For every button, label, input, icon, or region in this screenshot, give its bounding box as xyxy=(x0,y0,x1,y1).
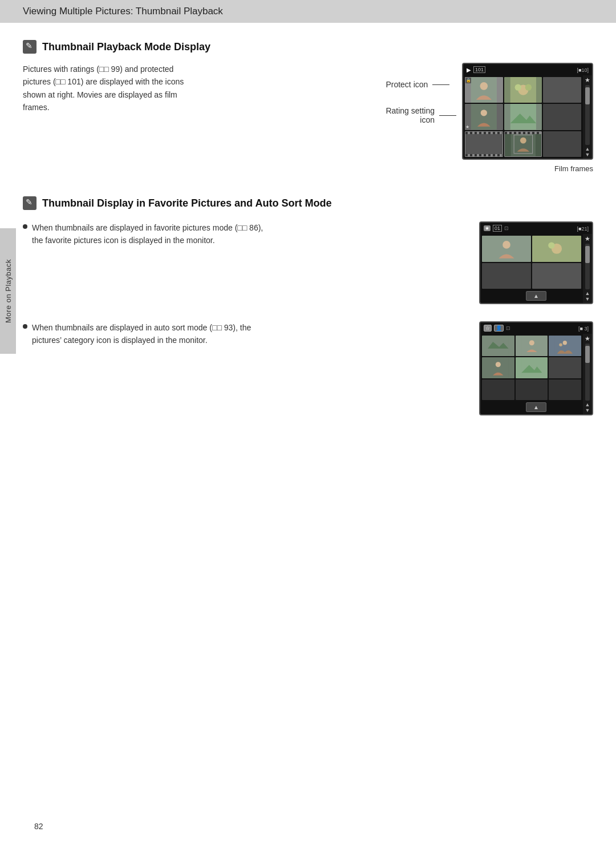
scroll-up-1[interactable]: ▲ xyxy=(585,146,590,152)
thumb3-6 xyxy=(549,357,581,378)
section1-left: Pictures with ratings (□□ 99) and protec… xyxy=(23,63,368,114)
bullet2-image: ☆ 👤 ⊡ [■ 3] xyxy=(479,321,593,415)
svg-rect-18 xyxy=(521,336,542,356)
play-icon: ▶ xyxy=(467,67,471,73)
scroll-down-2[interactable]: ▼ xyxy=(585,296,590,302)
page-number: 82 xyxy=(34,822,43,831)
section2-heading-row: Thumbnail Display in Favorite Pictures a… xyxy=(23,196,593,210)
bullet2-point: When thumbnails are displayed in auto so… xyxy=(23,321,462,347)
bullet1-text-area: When thumbnails are displayed in favorit… xyxy=(23,221,462,254)
scroll-star-2: ★ xyxy=(585,235,590,243)
scroll-thumb-2 xyxy=(585,246,590,263)
scroll-up-2[interactable]: ▲ xyxy=(585,290,590,296)
rating-label-line xyxy=(439,115,456,116)
scroll-up-3[interactable]: ▲ xyxy=(585,402,590,407)
thumb-4: ★ xyxy=(465,104,503,130)
camera-screen-1: ▶ 101 [■10] xyxy=(462,63,593,173)
svg-point-19 xyxy=(529,340,534,345)
note-icon-2 xyxy=(23,196,37,210)
landscape-svg xyxy=(504,104,542,130)
svg-point-21 xyxy=(563,341,567,345)
sd-icon-3: ⊡ xyxy=(506,325,510,331)
thumb-2 xyxy=(504,77,542,103)
protect-icon-label: Protect icon xyxy=(386,80,428,89)
bullet1-dot xyxy=(23,224,27,229)
screen-display-2: ★ 01 ⊡ [■21] xyxy=(479,221,593,304)
thumb3-8 xyxy=(516,379,548,400)
main-content: Viewing Multiple Pictures: Thumbnail Pla… xyxy=(23,0,593,848)
section1-right: Protect icon Rating settingicon xyxy=(386,63,593,173)
screen-count-2: [■21] xyxy=(577,225,589,232)
svg-point-13 xyxy=(502,241,510,249)
screen-topbar-left: ▶ 101 xyxy=(467,66,485,73)
section1-body: Pictures with ratings (□□ 99) and protec… xyxy=(23,63,368,114)
scroll-track-1 xyxy=(585,85,590,145)
thumb-7 xyxy=(465,131,503,157)
bottom-nav-btn-3[interactable]: ▲ xyxy=(526,402,546,412)
thumb2-1 xyxy=(482,236,531,262)
thumb-6 xyxy=(543,104,581,130)
protect-icon-indicator: 🔒 xyxy=(465,78,471,83)
screen-topbar-left-2: ★ 01 ⊡ xyxy=(484,225,509,232)
note-icon-1 xyxy=(23,40,37,54)
bullet2-body: When thumbnails are displayed in auto so… xyxy=(32,321,251,347)
section2-bullet2: When thumbnails are displayed in auto so… xyxy=(23,321,593,415)
screen-scrollbar-2: ★ ▲ ▼ xyxy=(583,234,592,303)
thumb3-5 xyxy=(516,357,548,378)
section1-content: Pictures with ratings (□□ 99) and protec… xyxy=(23,63,593,173)
thumb3-7 xyxy=(482,379,514,400)
thumbnail-grid-2 xyxy=(480,234,583,290)
svg-point-4 xyxy=(514,84,521,90)
bottom-nav-btn-2[interactable]: ▲ xyxy=(526,291,546,301)
bullet1-image: ★ 01 ⊡ [■21] xyxy=(479,221,593,304)
flowers-svg xyxy=(504,77,542,103)
film-top xyxy=(465,132,502,134)
folder-num-2: 01 xyxy=(493,225,502,232)
screen-count-3: [■ 3] xyxy=(578,325,589,332)
header-title: Viewing Multiple Pictures: Thumbnail Pla… xyxy=(23,6,223,17)
sd-icon: ⊡ xyxy=(504,225,509,231)
thumbnail-grid-3 xyxy=(480,334,583,402)
thumb3-1 xyxy=(482,336,514,356)
screen-scrollbar-3: ★ ▲ ▼ xyxy=(583,334,592,414)
svg-rect-9 xyxy=(510,132,535,156)
film-top-2 xyxy=(505,132,542,134)
thumb-3 xyxy=(543,77,581,103)
scroll-track-2 xyxy=(585,244,590,289)
bullet1-body: When thumbnails are displayed in favorit… xyxy=(32,221,263,247)
thumb3-4 xyxy=(482,357,514,378)
screen-count-1: [■10] xyxy=(577,67,589,73)
side-tab: More on Playback xyxy=(0,228,16,354)
person-svg-4 xyxy=(465,104,503,130)
film-bottom xyxy=(465,154,502,156)
scroll-star-1: ★ xyxy=(585,76,590,84)
thumbnail-grid-1: 🔒 xyxy=(463,75,583,159)
section1-title: Thumbnail Playback Mode Display xyxy=(42,41,210,53)
rating-icon-label-row: Rating settingicon xyxy=(386,106,456,124)
thumb2-4 xyxy=(532,263,581,289)
screen-topbar-left-3: ☆ 👤 ⊡ xyxy=(484,325,510,332)
sort-icon: ☆ xyxy=(484,325,492,332)
labels-area: Protect icon Rating settingicon xyxy=(386,80,456,124)
screen-topbar-1: ▶ 101 [■10] xyxy=(463,64,592,75)
film-frames-label-area: Film frames xyxy=(462,163,593,173)
side-tab-label: More on Playback xyxy=(4,259,13,323)
scroll-thumb-3 xyxy=(585,346,590,363)
folder-num-1: 101 xyxy=(473,66,485,73)
svg-point-7 xyxy=(481,110,487,116)
bullet2-text-area: When thumbnails are displayed in auto so… xyxy=(23,321,462,354)
svg-point-16 xyxy=(548,242,554,248)
thumb2-2 xyxy=(532,236,581,262)
section2-title: Thumbnail Display in Favorite Pictures a… xyxy=(42,197,331,209)
scroll-down-1[interactable]: ▼ xyxy=(585,152,590,158)
rating-icon-indicator: ★ xyxy=(465,124,469,130)
film-person-svg xyxy=(505,132,542,156)
scroll-down-3[interactable]: ▼ xyxy=(585,407,590,413)
thumb3-9 xyxy=(549,379,581,400)
rating-icon-label: Rating settingicon xyxy=(386,106,435,124)
screen-display-1: ▶ 101 [■10] xyxy=(462,63,593,160)
section2-bullet1: When thumbnails are displayed in favorit… xyxy=(23,221,593,304)
scroll-thumb-1 xyxy=(585,87,590,104)
thumb3-2 xyxy=(516,336,548,356)
fav-icon: ★ xyxy=(484,225,491,231)
